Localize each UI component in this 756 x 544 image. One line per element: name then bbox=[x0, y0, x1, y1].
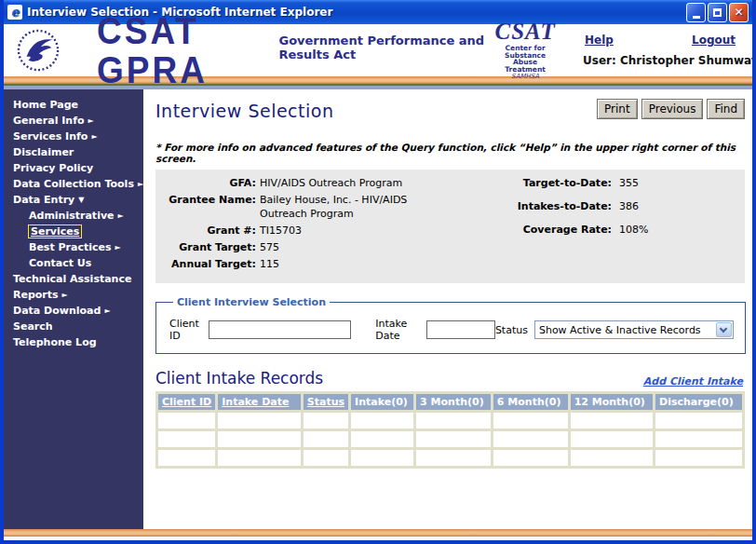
sidebar-item-label: Data Entry bbox=[13, 194, 74, 206]
csat-logo-text: CSAT bbox=[493, 20, 557, 44]
add-client-intake-link[interactable]: Add Client Intake bbox=[643, 375, 745, 388]
grantee-name-value: Bailey House, Inc. - HIV/AIDS Outreach P… bbox=[260, 193, 437, 221]
table-row bbox=[158, 450, 742, 466]
intake-date-label: Intake Date bbox=[375, 318, 420, 342]
sidebar-item-label: Search bbox=[13, 320, 53, 333]
table-cell bbox=[655, 413, 742, 428]
minimize-icon bbox=[693, 16, 700, 19]
user-label: User: Christopher Shumway bbox=[583, 54, 741, 67]
table-cell bbox=[304, 431, 348, 447]
sidebar-item-general-info[interactable]: General Info► bbox=[4, 113, 143, 129]
client-id-input[interactable] bbox=[209, 320, 351, 339]
status-label: Status bbox=[495, 324, 528, 336]
intake-date-input[interactable] bbox=[426, 320, 495, 339]
submenu-arrow-icon: ► bbox=[118, 211, 124, 220]
grant-number-value: TI15703 bbox=[260, 224, 302, 238]
sidebar-item-telephone-log[interactable]: Telephone Log bbox=[4, 334, 143, 350]
sidebar-item-privacy-policy[interactable]: Privacy Policy bbox=[4, 160, 143, 176]
help-link[interactable]: Help bbox=[585, 34, 614, 47]
print-button[interactable]: Print bbox=[597, 99, 638, 119]
table-cell bbox=[304, 450, 348, 466]
column-header-intake: Intake(0) bbox=[351, 394, 413, 410]
table-cell bbox=[493, 431, 568, 447]
table-cell bbox=[304, 413, 348, 428]
submenu-expanded-icon: ▼ bbox=[78, 196, 84, 204]
submenu-arrow-icon: ► bbox=[115, 243, 120, 252]
sidebar-item-services[interactable]: Services bbox=[4, 224, 143, 239]
client-intake-records-table: Client ID Intake Date Status Intake(0) 3… bbox=[155, 391, 745, 469]
column-header-discharge: Discharge(0) bbox=[655, 394, 742, 410]
sidebar-item-data-collection-tools[interactable]: Data Collection Tools► bbox=[4, 176, 143, 192]
coverage-rate-value: 108% bbox=[619, 223, 648, 237]
table-cell bbox=[158, 413, 215, 428]
find-button[interactable]: Find bbox=[707, 99, 745, 119]
column-header-status[interactable]: Status bbox=[304, 394, 348, 410]
grant-number-label: Grant #: bbox=[155, 224, 260, 238]
table-cell bbox=[158, 431, 215, 447]
table-cell bbox=[351, 450, 413, 466]
chevron-down-icon bbox=[720, 324, 727, 332]
sidebar-item-label: Home Page bbox=[13, 99, 78, 111]
column-header-3-month: 3 Month(0) bbox=[416, 394, 491, 410]
sidebar-item-data-download[interactable]: Data Download► bbox=[4, 303, 143, 319]
table-cell bbox=[571, 413, 653, 428]
sidebar-item-home-page[interactable]: Home Page bbox=[4, 97, 143, 113]
table-cell bbox=[351, 413, 413, 428]
close-icon: ✕ bbox=[734, 6, 743, 19]
column-header-12-month: 12 Month(0) bbox=[571, 394, 653, 410]
sidebar-item-label: General Info bbox=[13, 115, 85, 127]
sidebar-item-label: Data Download bbox=[13, 305, 101, 317]
sidebar-item-data-entry[interactable]: Data Entry▼ bbox=[4, 192, 143, 208]
intakes-to-date-value: 386 bbox=[619, 199, 639, 213]
records-title: Client Intake Records bbox=[155, 369, 323, 388]
sidebar-item-label: Technical Assistance bbox=[13, 273, 131, 285]
hhs-eagle-logo bbox=[17, 29, 60, 72]
column-header-client-id[interactable]: Client ID bbox=[158, 394, 215, 410]
page-title: Interview Selection bbox=[155, 97, 333, 121]
sidebar-item-disclaimer[interactable]: Disclaimer bbox=[4, 144, 143, 160]
intakes-to-date-label: Intakes-to-Date: bbox=[489, 199, 619, 213]
maximize-button[interactable] bbox=[708, 3, 727, 22]
table-header-row: Client ID Intake Date Status Intake(0) 3… bbox=[158, 394, 742, 410]
status-select[interactable]: Show Active & Inactive Records bbox=[534, 320, 734, 339]
table-cell bbox=[493, 450, 568, 466]
submenu-arrow-icon: ► bbox=[88, 116, 94, 125]
app-header: CSAT GPRA Government Performance and Res… bbox=[4, 24, 752, 76]
logout-link[interactable]: Logout bbox=[692, 34, 736, 47]
sidebar-item-best-practices[interactable]: Best Practices► bbox=[4, 239, 143, 255]
target-to-date-value: 355 bbox=[619, 176, 639, 190]
column-header-6-month: 6 Month(0) bbox=[493, 394, 568, 410]
table-cell bbox=[218, 431, 301, 447]
sidebar-item-label-selected: Services bbox=[29, 225, 81, 238]
client-id-label: Client ID bbox=[169, 318, 202, 342]
grant-target-label: Grant Target: bbox=[155, 240, 260, 254]
sidebar-item-reports[interactable]: Reports► bbox=[4, 287, 143, 303]
table-cell bbox=[416, 450, 491, 466]
client-interview-selection-fieldset: Client Interview Selection Client ID Int… bbox=[155, 296, 746, 354]
query-help-note: * For more info on advanced features of … bbox=[155, 142, 745, 164]
sidebar-item-technical-assistance[interactable]: Technical Assistance bbox=[4, 271, 143, 287]
sidebar-item-label: Privacy Policy bbox=[13, 162, 93, 174]
table-cell bbox=[493, 413, 568, 428]
fieldset-legend: Client Interview Selection bbox=[173, 296, 330, 308]
sidebar-item-administrative[interactable]: Administrative► bbox=[4, 208, 143, 224]
minimize-button[interactable] bbox=[686, 3, 706, 22]
csat-logo-line3: SAMHSA bbox=[493, 74, 557, 80]
brand-tagline: Government Performance and Results Act bbox=[278, 34, 493, 61]
main-content: Interview Selection Print Previous Find … bbox=[143, 89, 752, 529]
column-header-intake-date[interactable]: Intake Date bbox=[218, 394, 301, 410]
submenu-arrow-icon: ► bbox=[104, 306, 110, 315]
coverage-rate-label: Coverage Rate: bbox=[489, 223, 619, 237]
previous-button[interactable]: Previous bbox=[641, 99, 704, 119]
sidebar-item-label: Data Collection Tools bbox=[13, 178, 134, 190]
dropdown-button[interactable] bbox=[716, 322, 732, 337]
brand-block: CSAT GPRA Government Performance and Res… bbox=[97, 16, 493, 85]
sidebar-item-services-info[interactable]: Services Info► bbox=[4, 129, 143, 144]
table-cell bbox=[416, 413, 491, 428]
submenu-arrow-icon: ► bbox=[91, 132, 97, 141]
sidebar-item-search[interactable]: Search bbox=[4, 319, 143, 334]
close-button[interactable]: ✕ bbox=[729, 3, 749, 22]
table-cell bbox=[218, 413, 301, 428]
sidebar-item-contact-us[interactable]: Contact Us bbox=[4, 255, 143, 271]
annual-target-value: 115 bbox=[260, 257, 279, 271]
